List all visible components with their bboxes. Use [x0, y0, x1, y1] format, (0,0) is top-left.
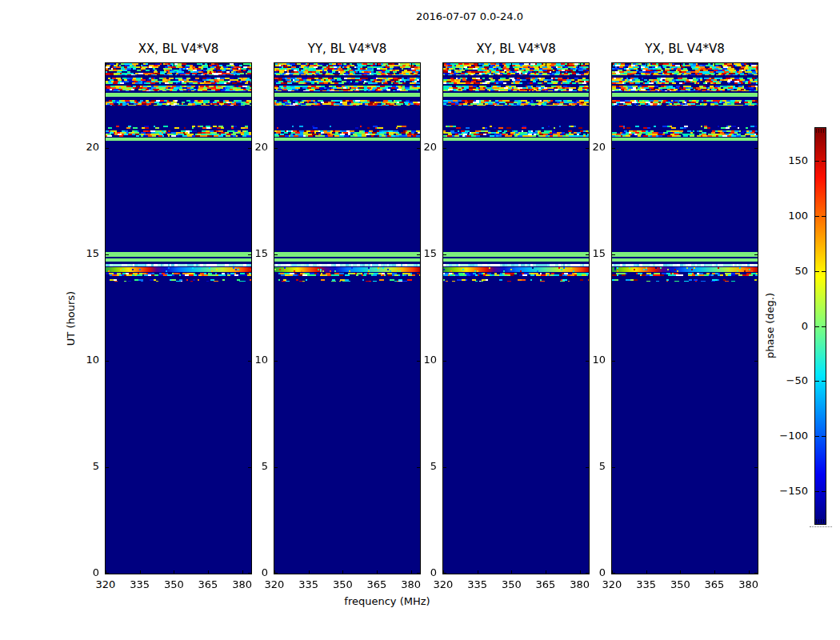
x-tick-mark: [714, 63, 715, 66]
y-tick-mark: [274, 361, 278, 362]
x-tick-label: 380: [395, 578, 427, 590]
colorbar-top-hatch-icon: [816, 129, 826, 133]
x-tick-label: 350: [326, 578, 358, 590]
subplot-title-yy: YY, BL V4*V8: [274, 42, 421, 56]
x-tick-mark: [274, 63, 275, 66]
y-tick-mark: [443, 148, 446, 149]
x-tick-mark: [478, 63, 478, 66]
colorbar-tick-mark: [822, 326, 826, 327]
colorbar-tick-label: 0: [766, 320, 808, 332]
subplot-title-xx: XX, BL V4*V8: [105, 42, 252, 56]
y-tick-mark: [106, 467, 109, 468]
x-tick-label: 350: [495, 578, 527, 590]
y-tick-label: 5: [241, 460, 268, 472]
x-tick-mark: [546, 570, 546, 574]
y-tick-label: 20: [410, 141, 437, 153]
subplot-title-xy: XY, BL V4*V8: [442, 42, 590, 56]
y-tick-label: 10: [410, 354, 437, 366]
x-tick-mark: [342, 570, 343, 574]
x-tick-mark: [342, 63, 343, 66]
x-axis-label: frequency (MHz): [344, 595, 430, 607]
y-tick-label: 15: [578, 247, 606, 259]
y-tick-label: 10: [241, 354, 268, 366]
y-tick-mark: [754, 148, 758, 149]
heatmap-panel-xx: [105, 62, 252, 574]
heatmap-canvas-yx: [612, 63, 758, 574]
y-tick-mark: [443, 254, 446, 255]
y-tick-mark: [443, 573, 446, 574]
x-tick-label: 320: [90, 578, 122, 590]
y-tick-label: 5: [578, 460, 606, 472]
x-tick-mark: [140, 63, 141, 66]
x-tick-mark: [208, 63, 209, 66]
x-tick-label: 320: [596, 578, 628, 590]
x-tick-mark: [174, 63, 174, 66]
x-tick-label: 350: [158, 578, 190, 590]
x-tick-mark: [646, 570, 647, 574]
x-tick-mark: [377, 570, 378, 574]
y-tick-mark: [612, 573, 615, 574]
colorbar-bottom-hatch-icon: [816, 519, 826, 523]
x-tick-label: 380: [733, 578, 765, 590]
heatmap-canvas-xx: [106, 63, 251, 574]
heatmap-panel-yy: [274, 62, 421, 574]
x-tick-mark: [208, 570, 209, 574]
x-tick-label: 320: [258, 578, 290, 590]
x-tick-mark: [309, 63, 310, 66]
colorbar-tick-mark: [815, 216, 819, 217]
y-tick-mark: [106, 254, 109, 255]
colorbar-tick-mark: [815, 491, 819, 492]
y-tick-label: 20: [241, 141, 268, 153]
x-tick-mark: [749, 63, 750, 66]
x-tick-label: 350: [664, 578, 696, 590]
x-tick-mark: [377, 63, 378, 66]
colorbar-tick-mark: [815, 381, 819, 382]
colorbar-tick-label: −150: [766, 485, 808, 497]
y-tick-label: 15: [410, 247, 437, 259]
x-tick-label: 380: [226, 578, 258, 590]
y-tick-label: 20: [72, 141, 99, 153]
y-tick-mark: [443, 361, 446, 362]
y-tick-mark: [754, 573, 758, 574]
x-tick-mark: [242, 63, 243, 66]
x-tick-label: 335: [293, 578, 325, 590]
subplot-title-yx: YX, BL V4*V8: [611, 42, 758, 56]
y-tick-mark: [274, 467, 278, 468]
colorbar-tick-label: 150: [766, 154, 808, 166]
colorbar-tick-mark: [822, 216, 826, 217]
x-tick-mark: [749, 570, 750, 574]
x-tick-mark: [646, 63, 647, 66]
y-tick-label: 5: [72, 460, 99, 472]
colorbar-tick-mark: [815, 436, 819, 437]
figure: 2016-07-07 0.0-24.0 UT (hours) frequency…: [0, 0, 840, 640]
y-tick-label: 0: [241, 566, 268, 578]
x-tick-mark: [546, 63, 546, 66]
y-tick-mark: [612, 254, 615, 255]
y-tick-mark: [612, 361, 615, 362]
y-tick-label: 5: [410, 460, 437, 472]
colorbar-tick-mark: [822, 491, 826, 492]
x-tick-label: 365: [361, 578, 393, 590]
heatmap-canvas-xy: [443, 63, 589, 574]
colorbar-baseline-dots: [810, 526, 832, 527]
x-tick-mark: [443, 63, 444, 66]
y-tick-mark: [754, 254, 758, 255]
heatmap-panel-yx: [611, 62, 758, 574]
y-tick-mark: [443, 467, 446, 468]
y-tick-mark: [754, 361, 758, 362]
colorbar-tick-label: −50: [766, 374, 808, 386]
y-tick-mark: [612, 467, 615, 468]
x-tick-label: 365: [530, 578, 562, 590]
heatmap-panel-xy: [442, 62, 590, 574]
x-tick-mark: [511, 63, 512, 66]
x-tick-mark: [140, 570, 141, 574]
x-tick-label: 335: [630, 578, 662, 590]
colorbar-tick-mark: [815, 161, 819, 162]
colorbar-tick-label: 50: [766, 265, 808, 277]
y-tick-label: 15: [72, 247, 99, 259]
y-tick-mark: [106, 573, 109, 574]
y-tick-mark: [274, 254, 278, 255]
x-tick-mark: [174, 570, 174, 574]
y-tick-label: 0: [410, 566, 437, 578]
y-tick-label: 20: [578, 141, 606, 153]
